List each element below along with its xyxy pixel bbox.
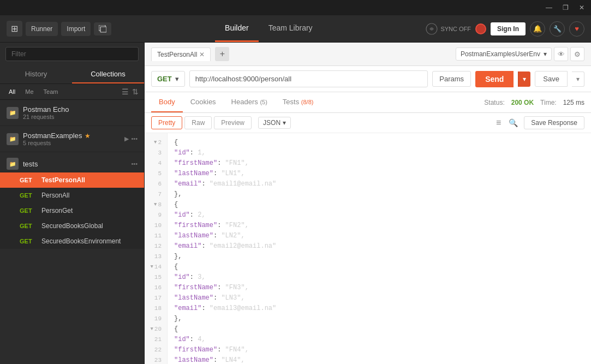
request-item-personall[interactable]: GET PersonAll (0, 188, 144, 203)
env-value: PostmanExamplesUserEnv (461, 50, 540, 58)
resp-tab-body[interactable]: Body (151, 92, 183, 112)
more-icon[interactable]: ••• (131, 135, 138, 142)
format-select[interactable]: JSON ▾ (258, 117, 291, 129)
view-tab-preview[interactable]: Preview (214, 116, 252, 129)
code-line: }, (174, 252, 584, 262)
code-line: "firstName": "FN4", (174, 345, 584, 355)
import-button[interactable]: Import (61, 22, 91, 36)
line-number: 13 (150, 252, 162, 262)
line-number: 7 (150, 189, 162, 200)
title-bar: — ❐ ✕ (0, 0, 591, 15)
close-tab-button[interactable]: ✕ (199, 51, 205, 58)
resp-tab-headers[interactable]: Headers (5) (224, 92, 275, 112)
filter-team[interactable]: Team (40, 87, 62, 96)
resp-tab-tests[interactable]: Tests (8/8) (275, 92, 321, 112)
send-dropdown-button[interactable]: ▾ (518, 71, 530, 87)
params-button[interactable]: Params (432, 71, 471, 87)
line-number: 6 (150, 179, 162, 189)
method-label: GET (157, 75, 172, 83)
code-line: "id": 1, (174, 148, 584, 158)
line-number: 16 (150, 283, 162, 293)
send-button[interactable]: Send (475, 71, 514, 87)
code-line: "lastName": "LN1", (174, 169, 584, 179)
chevron-icon: ▾ (175, 75, 179, 83)
tab-builder[interactable]: Builder (215, 15, 259, 42)
format-chevron-icon: ▾ (283, 119, 286, 127)
save-response-button[interactable]: Save Response (524, 116, 584, 129)
collection-postman-examples[interactable]: 📁 PostmanExamples ★ 5 requests ▶ ••• (0, 126, 144, 152)
save-dropdown-button[interactable]: ▾ (572, 71, 584, 87)
view-tab-pretty[interactable]: Pretty (151, 116, 182, 129)
line-number: 11 (150, 231, 162, 241)
line-number: ▼14 (150, 262, 162, 272)
resp-tab-cookies[interactable]: Cookies (183, 92, 224, 112)
collection-name: tests (23, 160, 127, 168)
line-number: 22 (150, 345, 162, 355)
response-tabs: Body Cookies Headers (5) Tests (8/8) Sta… (145, 92, 591, 113)
sign-in-button[interactable]: Sign In (491, 22, 526, 35)
method-select[interactable]: GET ▾ (151, 71, 185, 87)
request-name: SecuredBooksGlobal (41, 222, 103, 230)
runner-button[interactable]: Runner (26, 22, 58, 36)
wrap-icon[interactable]: ≡ (494, 116, 503, 129)
env-dropdown[interactable]: PostmanExamplesUserEnv ▾ (456, 47, 552, 61)
env-settings-button[interactable]: ⚙ (570, 47, 584, 61)
request-name: PersonGet (41, 207, 73, 214)
collection-name: Postman Echo (23, 105, 138, 114)
sync-label: SYNC OFF (440, 26, 471, 32)
more-icon[interactable]: ••• (131, 160, 138, 167)
code-line: { (174, 200, 584, 210)
heart-button[interactable]: ♥ (569, 21, 584, 37)
collection-postman-echo[interactable]: 📁 Postman Echo 21 requests (0, 100, 144, 126)
method-badge: GET (20, 177, 37, 183)
code-line: "id": 4, (174, 335, 584, 345)
add-tab-button[interactable]: + (215, 47, 229, 61)
sort-icon[interactable]: ⇅ (132, 87, 139, 96)
request-item-personget[interactable]: GET PersonGet (0, 203, 144, 218)
format-value: JSON (263, 119, 280, 127)
response-status: Status: 200 OK Time: 125 ms (484, 99, 584, 106)
tab-team-library[interactable]: Team Library (259, 15, 323, 42)
search-icon[interactable]: 🔍 (507, 117, 520, 129)
code-line: "lastName": "LN4", (174, 355, 584, 364)
sidebar-tabs: History Collections (0, 65, 144, 84)
save-button[interactable]: Save (535, 71, 568, 87)
close-button[interactable]: ✕ (577, 4, 587, 11)
url-input[interactable] (189, 70, 428, 87)
sidebar-tab-history[interactable]: History (0, 65, 72, 83)
sync-area: SYNC OFF (426, 23, 471, 35)
request-item-testpersonall[interactable]: GET TestPersonAll (0, 172, 144, 188)
view-icons: ≡ 🔍 Save Response (494, 116, 584, 129)
restore-button[interactable]: ❐ (560, 4, 570, 11)
minimize-button[interactable]: — (544, 4, 554, 11)
line-number: 19 (150, 314, 162, 324)
line-number: ▼2 (150, 138, 162, 148)
view-tabs: Pretty Raw Preview JSON ▾ ≡ 🔍 Save Respo… (145, 113, 591, 133)
sidebar-search-container (0, 43, 144, 65)
request-item-securedbooksenvironment[interactable]: GET SecuredBooksEnvironment (0, 234, 144, 249)
method-badge: GET (20, 192, 37, 199)
request-tab[interactable]: TestPersonAll ✕ (151, 47, 211, 61)
code-line: "lastName": "LN3", (174, 293, 584, 303)
sidebar-tab-collections[interactable]: Collections (72, 65, 144, 83)
filter-me[interactable]: Me (22, 87, 37, 96)
tools-button[interactable]: 🔧 (550, 21, 565, 37)
collection-tests[interactable]: 📁 tests ••• (0, 152, 144, 172)
line-number: 21 (150, 335, 162, 345)
search-input[interactable] (5, 47, 139, 61)
add-collection-icon[interactable]: ☰ (122, 87, 129, 96)
notification-button[interactable]: 🔔 (530, 21, 545, 37)
nav-center: Builder Team Library (111, 15, 426, 42)
layout-button[interactable]: ⊞ (7, 21, 22, 37)
collection-sub: 5 requests (23, 140, 120, 146)
filter-all[interactable]: All (5, 87, 19, 96)
expand-arrow: ▶ (124, 135, 129, 142)
code-content: { "id": 1, "firstName": "FN1", "lastName… (168, 133, 591, 364)
method-badge: GET (20, 207, 37, 214)
request-item-securedbooksglobal[interactable]: GET SecuredBooksGlobal (0, 218, 144, 234)
time-label: Time: (540, 99, 557, 106)
new-tab-button[interactable] (94, 22, 111, 35)
view-tab-raw[interactable]: Raw (184, 116, 212, 129)
eye-icon-button[interactable]: 👁 (554, 47, 568, 61)
code-line: "id": 2, (174, 210, 584, 220)
